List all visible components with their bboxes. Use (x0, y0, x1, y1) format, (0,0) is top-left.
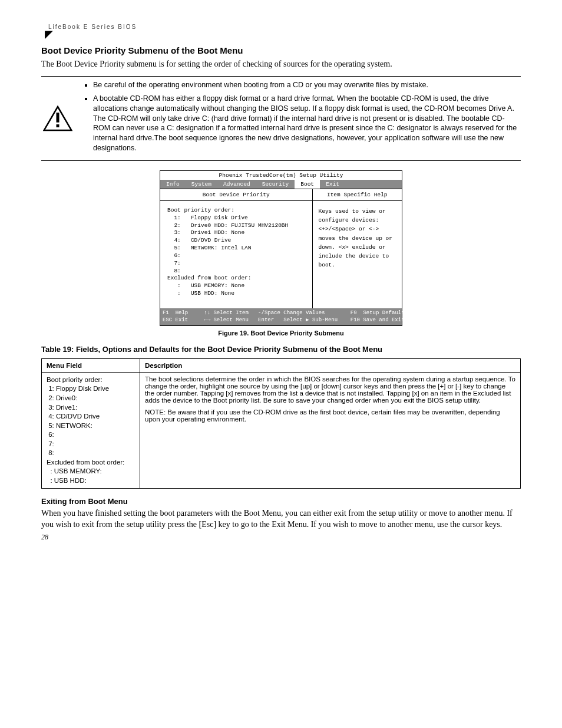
bios-tab-info: Info (160, 180, 186, 189)
table-head-desc: Description (140, 358, 521, 372)
bios-tab-bar: Info System Advanced Security Boot Exit (160, 180, 402, 189)
bios-tab-exit: Exit (320, 180, 345, 189)
warning-item: A bootable CD-ROM has either a floppy di… (93, 94, 521, 153)
section-intro: The Boot Device Priority submenu is for … (41, 59, 521, 70)
divider (41, 160, 521, 161)
table-cell-field: Boot priority order: 1: Floppy Disk Driv… (42, 372, 140, 488)
bios-screenshot: Phoenix TrustedCore(tm) Setup Utility In… (160, 170, 402, 326)
bios-utility-title: Phoenix TrustedCore(tm) Setup Utility (160, 171, 402, 180)
table-title: Table 19: Fields, Options and Defaults f… (41, 345, 521, 354)
bios-boot-order: Boot priority order: 1: Floppy Disk Driv… (160, 201, 312, 308)
table-cell-desc: The boot selections determine the order … (140, 372, 521, 488)
warning-block: Be careful of the operating environment … (41, 80, 521, 157)
warning-icon (41, 80, 74, 157)
divider (41, 76, 521, 77)
figure-caption: Figure 19. Boot Device Priority Submenu (41, 330, 521, 337)
table-row: Boot priority order: 1: Floppy Disk Driv… (42, 372, 521, 488)
page-number: 28 (41, 533, 521, 542)
header-marker-icon: ◤ (41, 31, 521, 37)
bios-footer: F1 Help ↑↓ Select Item -/Space Change Va… (160, 308, 402, 325)
bios-tab-advanced: Advanced (217, 180, 256, 189)
warning-list: Be careful of the operating environment … (82, 80, 521, 157)
table-desc-p2: NOTE: Be aware that if you use the CD-RO… (145, 409, 515, 423)
table-desc-p1: The boot selections determine the order … (145, 375, 515, 404)
bios-left-header: Boot Device Priority (160, 189, 312, 201)
bios-right-header: Item Specific Help (313, 189, 402, 201)
bios-tab-system: System (186, 180, 217, 189)
warning-item: Be careful of the operating environment … (93, 80, 521, 90)
bios-tab-security: Security (256, 180, 295, 189)
exit-heading: Exiting from Boot Menu (41, 497, 521, 506)
section-title: Boot Device Priority Submenu of the Boot… (41, 45, 521, 55)
svg-rect-2 (57, 124, 59, 127)
table-head-field: Menu Field (42, 358, 140, 372)
svg-rect-1 (57, 113, 59, 123)
breadcrumb: LifeBook E Series BIOS (41, 24, 521, 30)
bios-help-text: Keys used to view or configure devices: … (313, 201, 402, 275)
exit-body: When you have finished setting the boot … (41, 508, 521, 531)
bios-tab-boot: Boot (295, 180, 320, 189)
definitions-table: Menu Field Description Boot priority ord… (41, 358, 521, 489)
